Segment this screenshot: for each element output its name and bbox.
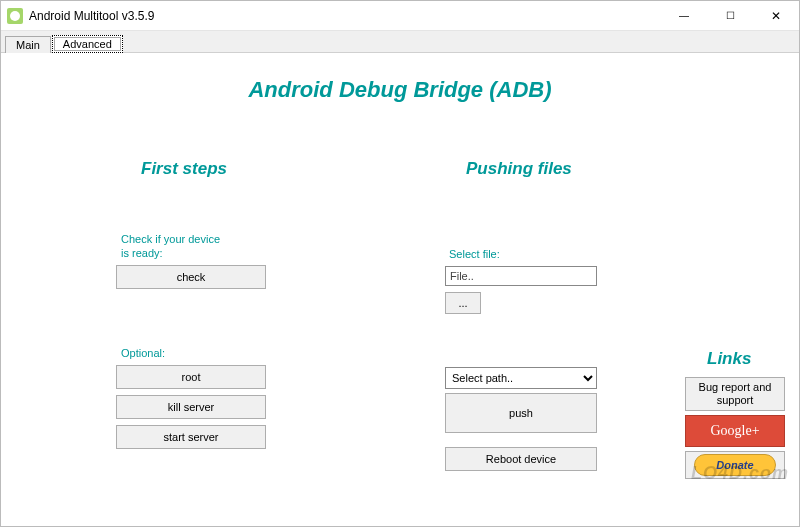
select-file-label: Select file: bbox=[449, 248, 500, 260]
kill-server-button[interactable]: kill server bbox=[116, 395, 266, 419]
close-button[interactable]: ✕ bbox=[753, 1, 799, 31]
browse-button[interactable]: ... bbox=[445, 292, 481, 314]
maximize-button[interactable]: ☐ bbox=[707, 1, 753, 31]
tab-main[interactable]: Main bbox=[5, 36, 51, 53]
google-plus-label: Google+ bbox=[710, 423, 759, 439]
content-area: Android Debug Bridge (ADB) First steps C… bbox=[1, 53, 799, 526]
check-label: Check if your device is ready: bbox=[121, 233, 231, 261]
path-select[interactable]: Select path.. bbox=[445, 367, 597, 389]
titlebar: Android Multitool v3.5.9 — ☐ ✕ bbox=[1, 1, 799, 31]
watermark: LO4D.com bbox=[691, 463, 789, 484]
optional-label: Optional: bbox=[121, 347, 165, 359]
pushing-files-heading: Pushing files bbox=[466, 159, 572, 179]
bug-report-button[interactable]: Bug report and support bbox=[685, 377, 785, 411]
file-input[interactable] bbox=[445, 266, 597, 286]
root-button[interactable]: root bbox=[116, 365, 266, 389]
links-heading: Links bbox=[707, 349, 751, 369]
start-server-button[interactable]: start server bbox=[116, 425, 266, 449]
window-title: Android Multitool v3.5.9 bbox=[29, 9, 154, 23]
minimize-button[interactable]: — bbox=[661, 1, 707, 31]
app-icon bbox=[7, 8, 23, 24]
check-button[interactable]: check bbox=[116, 265, 266, 289]
page-title: Android Debug Bridge (ADB) bbox=[1, 77, 799, 103]
tab-bar: Main Advanced bbox=[1, 31, 799, 53]
google-plus-button[interactable]: Google+ bbox=[685, 415, 785, 447]
tab-advanced[interactable]: Advanced bbox=[52, 35, 123, 53]
reboot-device-button[interactable]: Reboot device bbox=[445, 447, 597, 471]
push-button[interactable]: push bbox=[445, 393, 597, 433]
first-steps-heading: First steps bbox=[141, 159, 227, 179]
